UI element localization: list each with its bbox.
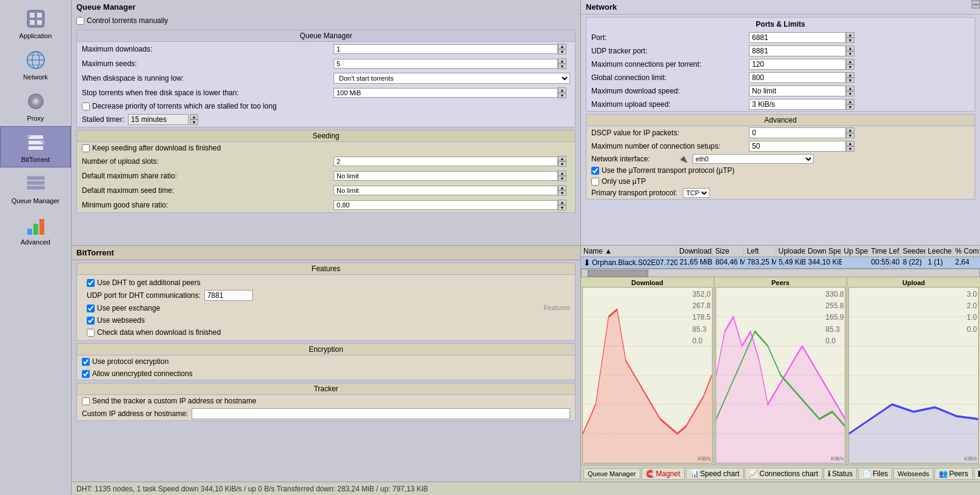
- net-interface-select[interactable]: eth0 lo any: [693, 154, 814, 164]
- min-share-ratio-input[interactable]: 0,80: [334, 200, 558, 210]
- collapse-btn[interactable]: —: [972, 0, 980, 8]
- max-downloads-down[interactable]: ▼: [558, 49, 566, 55]
- stop-space-up[interactable]: ▲: [558, 87, 566, 93]
- max-conn-setups-up[interactable]: ▲: [846, 141, 854, 146]
- net-advanced-header: Advanced: [586, 115, 975, 126]
- speed-chart-btn[interactable]: 📊 Speed chart: [686, 468, 744, 480]
- upload-slots-up[interactable]: ▲: [558, 156, 566, 161]
- max-seeds-input[interactable]: 5: [334, 59, 558, 69]
- stop-space-input[interactable]: 100 MiB: [334, 88, 558, 98]
- max-conn-setups-down[interactable]: ▼: [846, 146, 854, 152]
- max-seeds-down[interactable]: ▼: [558, 64, 566, 69]
- table-row[interactable]: ⬇ Orphan.Black.S02E07.720p.HDTV.X264-...…: [581, 257, 980, 269]
- max-dl-speed-down[interactable]: ▼: [846, 91, 854, 96]
- max-conn-torrent-up[interactable]: ▲: [846, 59, 854, 64]
- torrent-scrollbar-h[interactable]: [581, 269, 980, 277]
- stalled-down[interactable]: ▼: [190, 120, 198, 125]
- custom-ip-input[interactable]: [192, 408, 570, 419]
- max-seeds-up[interactable]: ▲: [558, 58, 566, 64]
- protocol-enc-row: Use protocol encryption: [77, 355, 575, 368]
- max-conn-torrent-input[interactable]: 120: [749, 59, 846, 70]
- dscp-down[interactable]: ▼: [846, 133, 854, 138]
- min-share-ratio-down[interactable]: ▼: [558, 205, 566, 210]
- features-content: Use DHT to get additional peers UDP port…: [77, 275, 575, 340]
- dscp-row: DSCP value for IP packets: 0 ▲ ▼: [586, 126, 975, 140]
- check-data-checkbox[interactable]: [87, 329, 95, 337]
- status-btn[interactable]: ℹ Status: [824, 468, 857, 480]
- max-seed-time-down[interactable]: ▼: [558, 190, 566, 196]
- max-conn-setups-spin-btns: ▲ ▼: [846, 141, 854, 152]
- diskspace-row: When diskspace is running low: Don't sta…: [77, 71, 575, 86]
- sidebar-item-queue[interactable]: Queue Manager: [0, 167, 71, 209]
- udp-port-up[interactable]: ▲: [846, 45, 854, 51]
- allow-unencrypted-checkbox[interactable]: [82, 370, 90, 378]
- upload-slots-input[interactable]: 2: [334, 157, 558, 166]
- sidebar-item-application[interactable]: Application: [0, 2, 71, 44]
- dscp-up[interactable]: ▲: [846, 127, 854, 133]
- magnet-btn[interactable]: 🧲 Magnet: [642, 468, 685, 480]
- max-downloads-spinbox: 1 ▲ ▼: [334, 44, 570, 55]
- udp-port-input[interactable]: 8881: [749, 45, 846, 56]
- connections-chart-btn[interactable]: 📈 Connections chart: [745, 468, 822, 480]
- max-seed-time-up[interactable]: ▲: [558, 185, 566, 190]
- sidebar-item-network[interactable]: Network: [0, 44, 71, 85]
- top-panels: Queue Manager Control torrents manually …: [72, 0, 980, 245]
- primary-protocol-select[interactable]: TCP µTP: [683, 188, 710, 198]
- max-conn-setups-spinbox: 50 ▲ ▼: [749, 141, 854, 152]
- min-share-ratio-up[interactable]: ▲: [558, 200, 566, 205]
- max-ul-speed-label: Maximum upload speed:: [591, 100, 749, 109]
- peer-exchange-checkbox[interactable]: [87, 305, 95, 312]
- max-downloads-up[interactable]: ▲: [558, 44, 566, 49]
- sidebar-item-advanced[interactable]: Advanced: [0, 209, 71, 250]
- min-share-ratio-label: Minimum good share ratio:: [82, 201, 334, 209]
- protocol-enc-checkbox[interactable]: [82, 358, 90, 366]
- decrease-priority-checkbox[interactable]: [82, 103, 90, 110]
- diskspace-select[interactable]: Don't start torrents Pause torrents Stop…: [334, 73, 570, 84]
- allow-unencrypted-label: Allow unencrypted connections: [92, 369, 192, 378]
- stalled-timer-input[interactable]: 15 minutes: [128, 114, 189, 125]
- max-conn-torrent-down[interactable]: ▼: [846, 64, 854, 70]
- sidebar-item-bittorrent[interactable]: BitTorrent: [0, 126, 71, 167]
- max-share-ratio-down[interactable]: ▼: [558, 176, 566, 181]
- global-conn-down[interactable]: ▼: [846, 78, 854, 83]
- max-dl-speed-up[interactable]: ▲: [846, 86, 854, 91]
- max-share-ratio-up[interactable]: ▲: [558, 170, 566, 176]
- port-down[interactable]: ▼: [846, 38, 854, 43]
- stalled-up[interactable]: ▲: [190, 114, 198, 120]
- global-conn-up[interactable]: ▲: [846, 72, 854, 78]
- sidebar-item-proxy[interactable]: Proxy: [0, 85, 71, 126]
- upload-slots-down[interactable]: ▼: [558, 161, 566, 167]
- port-input[interactable]: 6881: [749, 32, 846, 43]
- webseeds-label: Use webseeds: [97, 316, 145, 325]
- max-ul-speed-input[interactable]: 3 KiB/s: [749, 99, 846, 110]
- scrollbar-thumb[interactable]: [588, 270, 648, 277]
- udp-dht-input[interactable]: [204, 290, 253, 301]
- webseeds-btn[interactable]: Webseeds: [893, 468, 933, 479]
- protocol-enc-label: Use protocol encryption: [92, 357, 169, 366]
- peers-btn[interactable]: 👥 Peers: [935, 468, 972, 480]
- udp-port-down[interactable]: ▼: [846, 51, 854, 56]
- use-dht-checkbox[interactable]: [87, 279, 95, 287]
- use-utp-checkbox[interactable]: [591, 167, 599, 175]
- dscp-input[interactable]: 0: [749, 127, 846, 138]
- stop-space-down[interactable]: ▼: [558, 93, 566, 98]
- max-conn-setups-label: Maximum number of connection setups:: [591, 142, 749, 150]
- max-ul-speed-up[interactable]: ▲: [846, 99, 854, 104]
- keep-seeding-checkbox[interactable]: [82, 144, 90, 152]
- files-btn[interactable]: 📄 Files: [858, 468, 892, 480]
- torrent-name: Orphan.Black.S02E07.720p.HDTV.X264-...: [592, 258, 677, 267]
- max-downloads-input[interactable]: 1: [334, 44, 558, 54]
- control-torrents-checkbox[interactable]: [76, 17, 84, 25]
- max-share-ratio-input[interactable]: No limit: [334, 171, 558, 181]
- global-conn-input[interactable]: 800: [749, 72, 846, 83]
- queue-manager-btn[interactable]: Queue Manager: [583, 468, 640, 479]
- max-dl-speed-input[interactable]: No limit: [749, 86, 846, 96]
- max-ul-speed-down[interactable]: ▼: [846, 104, 854, 110]
- only-utp-checkbox[interactable]: [591, 178, 599, 186]
- chunks-btn[interactable]: Chunks: [974, 468, 981, 480]
- max-seed-time-input[interactable]: No limit: [334, 186, 558, 195]
- max-conn-setups-input[interactable]: 50: [749, 141, 846, 152]
- webseeds-checkbox[interactable]: [87, 317, 95, 325]
- send-tracker-ip-checkbox[interactable]: [82, 397, 90, 405]
- port-up[interactable]: ▲: [846, 32, 854, 38]
